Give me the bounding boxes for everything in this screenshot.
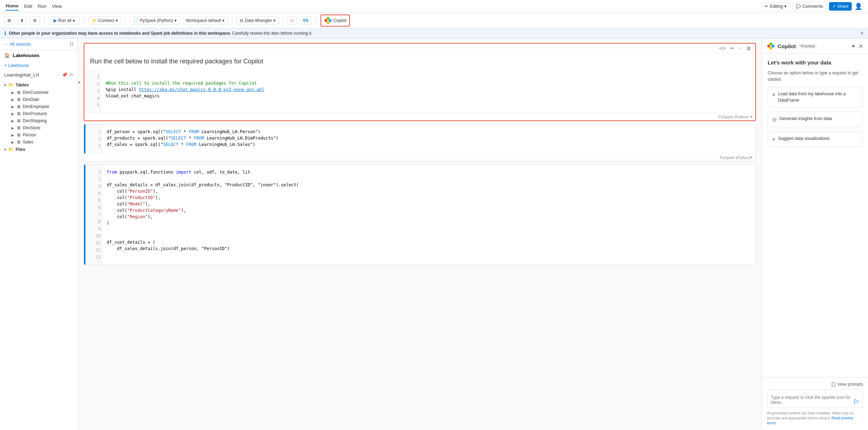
sales-expand-icon: ▶ — [11, 140, 15, 144]
tree-item-dimcustomer[interactable]: ▶ ⊞ DimCustomer — [0, 89, 78, 96]
menu-tab-view[interactable]: View — [52, 2, 62, 10]
dimdate-expand-icon: ▶ — [11, 98, 15, 102]
copilot-send-button[interactable]: ▷ — [854, 397, 859, 405]
svg-point-2 — [329, 19, 332, 22]
vscode-icon: VS — [303, 18, 308, 23]
info-message: Other people in your organization may ha… — [9, 31, 312, 36]
copilot-option-suggest-viz-label: Suggest data visualizations — [778, 135, 829, 142]
copilot-button[interactable]: Copilot — [321, 15, 350, 27]
cell3-line-12: df_cust_details = ( — [107, 239, 751, 245]
cell-1-gutter: 1 2 3 4 5 — [84, 69, 101, 113]
toolbar-separator-2 — [84, 16, 84, 25]
workspace-selector[interactable]: Workspace default ▾ — [183, 16, 228, 25]
copilot-header-right: ✦ ✕ — [851, 43, 863, 50]
tree-section: ▾ 📁 Tables ▶ ⊞ DimCustomer ▶ ⊞ DimDate ▶… — [0, 80, 78, 155]
notebook-view-button[interactable]: □ — [288, 16, 296, 25]
cell3-line-11 — [107, 233, 751, 239]
cell3-line-3: df_sales_details = df_sales.join(df_prod… — [107, 182, 751, 188]
tree-item-dimshipping[interactable]: ▶ ⊞ DimShipping — [0, 117, 78, 124]
notebook-area: ▾ </> ✏ ··· 🗑 Run the cell below to inst… — [78, 39, 762, 430]
user-avatar[interactable]: 👤 — [855, 2, 862, 10]
editing-dropdown[interactable]: ✏ Editing ▾ — [762, 2, 790, 11]
menu-tab-home[interactable]: Home — [6, 2, 18, 11]
refresh-icon[interactable]: ⟳ — [69, 72, 73, 78]
tree-item-dimstore[interactable]: ▶ ⊞ DimStore — [0, 124, 78, 131]
copilot-option-generate-insights[interactable]: ◎ Generate insights from data — [768, 112, 862, 127]
info-close-button[interactable]: ✕ — [860, 31, 864, 36]
sidebar-collapse-button[interactable]: ⟨⟩ — [70, 41, 73, 47]
play-icon: ▶ — [54, 18, 57, 23]
toolbar-separator-5 — [283, 16, 283, 25]
add-cell-button[interactable]: ⊞ — [4, 16, 14, 25]
cell-1: </> ✏ ··· 🗑 Run the cell below to instal… — [84, 43, 756, 121]
vscode-button[interactable]: VS — [300, 16, 312, 25]
copilot-disclaimer: AI-generated content can have mistakes. … — [767, 411, 863, 426]
tree-item-person[interactable]: ▶ ⊞ Person — [0, 131, 78, 138]
pin-icon[interactable]: 📌 — [62, 72, 67, 78]
add-lakehouse-button[interactable]: + Lakehouse — [0, 61, 78, 70]
back-to-sources[interactable]: ← All sources — [4, 42, 31, 47]
cell-1-edit-btn[interactable]: ✏ — [729, 45, 735, 52]
cell-1-language-dropdown-icon[interactable]: ▾ — [750, 114, 752, 119]
notebook-prompts-icon: 📋 — [831, 382, 836, 387]
cell-1-title: Run the cell below to install the requir… — [84, 53, 755, 69]
tables-group[interactable]: ▾ 📁 Tables — [0, 81, 78, 89]
settings-button[interactable]: ⚙ — [30, 16, 40, 25]
share-icon: ↗ — [832, 4, 836, 9]
dimstore-expand-icon: ▶ — [11, 126, 15, 130]
toolbar-separator-4 — [232, 16, 232, 25]
cell3-line-9: ) — [107, 220, 751, 226]
cell-3: 1 2 3 4 5 6 7 8 9 10 11 12 13 — [84, 164, 756, 265]
lakehouse-actions: 📌 ⟳ — [62, 72, 73, 78]
cell-collapse-1[interactable]: ▾ — [78, 79, 80, 85]
cell3-line-4: col("PersonID"), — [107, 188, 751, 194]
menu-tab-edit[interactable]: Edit — [24, 2, 32, 10]
svg-point-1 — [327, 17, 329, 20]
load-data-icon: ≡ — [772, 91, 775, 98]
back-arrow-icon: ← — [4, 42, 9, 47]
copilot-close-button[interactable]: ✕ — [858, 43, 863, 50]
cell-wrapper-2: 1 2 3 df_person = spark.sql("SELECT * FR… — [84, 124, 756, 162]
tree-item-dimproducts[interactable]: ▶ ⊞ DimProducts — [0, 110, 78, 117]
cell3-line-10 — [107, 226, 751, 233]
copilot-sparkle-icon[interactable]: ✦ — [851, 43, 856, 50]
cell-2-language-dropdown-icon[interactable]: ▾ — [751, 155, 753, 160]
connect-button[interactable]: ⚡ Connect ▾ — [88, 16, 121, 25]
files-group[interactable]: ▾ 📁 Files — [0, 146, 78, 153]
tables-folder-icon: 📁 — [8, 83, 13, 87]
data-wrangler-button[interactable]: ⊟ Data Wrangler ▾ — [237, 16, 279, 25]
download-button[interactable]: ⬇ — [17, 16, 27, 25]
share-button[interactable]: ↗ Share — [829, 2, 852, 11]
pyspark-selector[interactable]: 📄 PySpark (Python) ▾ — [130, 16, 180, 25]
cell-1-code[interactable]: #Run this cell to install the required p… — [101, 69, 755, 113]
suggest-viz-icon: ≡ — [772, 136, 775, 143]
copilot-subtitle: Let's work with your data — [768, 60, 862, 66]
copilot-input[interactable] — [771, 395, 852, 405]
connect-dropdown-icon: ▾ — [116, 18, 118, 23]
run-all-button[interactable]: ▶ Run all ▾ — [49, 16, 79, 25]
cell-1-delete-btn[interactable]: 🗑 — [745, 45, 752, 52]
copilot-option-suggest-viz[interactable]: ≡ Suggest data visualizations — [768, 131, 862, 147]
add-cell-icon: ⊞ — [7, 18, 11, 23]
cell2-line-3: df_sales = spark.sql("SELECT * FROM Lear… — [107, 141, 751, 148]
person-icon: ⊞ — [17, 132, 21, 137]
comments-button[interactable]: 💬 Comments — [792, 2, 826, 11]
tree-item-dimdate[interactable]: ▶ ⊞ DimDate — [0, 96, 78, 103]
cell-3-code[interactable]: from pyspark.sql.functions import col, u… — [102, 165, 756, 265]
menu-tab-run[interactable]: Run — [38, 2, 46, 10]
toolbar-separator-6 — [316, 16, 316, 25]
tables-expand-icon: ▾ — [4, 83, 6, 87]
tree-item-sales[interactable]: ▶ ⊞ Sales — [0, 138, 78, 146]
svg-point-5 — [769, 43, 772, 45]
view-prompts-button[interactable]: 📋 View prompts — [767, 382, 863, 387]
cell-1-code-btn[interactable]: </> — [718, 45, 727, 52]
cell-1-more-btn[interactable]: ··· — [737, 45, 744, 52]
code-line-1 — [106, 74, 751, 80]
copilot-option-load-data[interactable]: ≡ Load data from my lakehouse into a Dat… — [768, 87, 862, 107]
cell-2-code[interactable]: df_person = spark.sql("SELECT * FROM Lea… — [102, 124, 756, 153]
tree-item-dimemployee[interactable]: ▶ ⊞ DimEmployee — [0, 103, 78, 110]
cell2-line-1: df_person = spark.sql("SELECT * FROM Lea… — [107, 129, 751, 135]
cell3-line-13: df_sales_details.join(df_person, "Person… — [107, 245, 751, 252]
svg-point-4 — [767, 45, 770, 47]
copilot-input-area: ▷ — [767, 390, 863, 408]
